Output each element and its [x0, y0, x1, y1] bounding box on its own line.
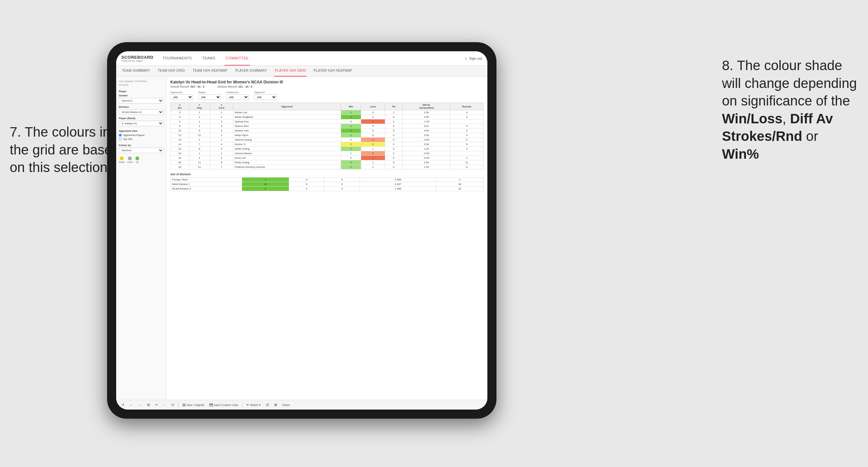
nav-committee[interactable]: COMMITTEE — [224, 51, 250, 66]
opponent-filter-select[interactable]: (All) — [254, 94, 277, 100]
watch-btn[interactable]: 👁 Watch ▾ — [245, 403, 262, 407]
region-filter-select[interactable]: (All) — [198, 94, 221, 100]
radio-opponents-played[interactable]: Opponents Played — [119, 134, 163, 136]
filter-opponents: Opponents: (All) — [170, 91, 193, 100]
forward-btn[interactable]: → — [137, 402, 143, 408]
export-btn[interactable]: ⊠ — [273, 402, 278, 408]
filter-conference: Conference (All) — [226, 91, 249, 100]
back-btn[interactable]: ← — [128, 402, 134, 408]
colour-legend: Down Level Up — [119, 156, 163, 163]
division-record: Division Record: 331 - 34 - 6 — [217, 85, 252, 88]
opponents-filter-select[interactable]: (All) — [170, 94, 193, 100]
table-row: 20116 Emily Chang 4 1 0 0.30 11 — [171, 160, 484, 165]
table-row: 1585 Stella Cheng 1 1 0 1.25 4 — [171, 147, 484, 151]
last-updated: Last Updated: 27/03/2024 16:55:38 — [119, 80, 163, 87]
col-win: Win — [341, 103, 361, 110]
subnav-team-summary[interactable]: TEAM SUMMARY — [121, 66, 151, 76]
overall-record: Overall Record: 353 - 34 - 6 — [170, 85, 205, 88]
division-select[interactable]: NCAA Division III — [119, 110, 163, 115]
nav-teams[interactable]: TEAMS — [201, 51, 216, 66]
col-rounds: Rounds — [450, 103, 483, 110]
grid-records: Overall Record: 353 - 34 - 6 Division Re… — [170, 85, 484, 88]
tablet-screen: SCOREBOARD Powered by clippd TOURNAMENTS… — [116, 51, 487, 410]
colour-by-section: Colour by Win/loss — [119, 144, 163, 153]
top-nav: SCOREBOARD Powered by clippd TOURNAMENTS… — [116, 51, 487, 66]
opponent-view-section: Opponent view Opponents Played Top 100 — [119, 129, 163, 141]
annotation-right: 8. The colour shade will change dependin… — [722, 57, 858, 163]
legend-up-label: Up — [136, 161, 138, 163]
table-row: 11112 Heejo Hyun 1 0 0 3.33 3 — [171, 133, 484, 137]
subnav-team-h2h-grid[interactable]: TEAM H2H GRID — [157, 66, 186, 76]
view-original-btn[interactable]: 🖼 View: Original — [181, 403, 206, 407]
bottom-toolbar: ↺ ← → ⊞ ✂ ··· ⊙ 🖼 View: Original 💾 Save … — [116, 400, 487, 410]
circle-btn[interactable]: ⊙ — [170, 402, 176, 408]
subnav-player-h2h-grid[interactable]: PLAYER H2H GRID — [274, 66, 306, 76]
legend-down-label: Down — [119, 161, 125, 163]
filter-region: Region (All) — [198, 91, 221, 100]
layout-btn[interactable]: ⊟ — [265, 402, 270, 408]
legend-down-dot — [120, 156, 124, 160]
col-reg: #Reg — [189, 103, 210, 110]
share-btn[interactable]: Share — [281, 403, 291, 407]
col-loss: Loss — [361, 103, 385, 110]
tablet: SCOREBOARD Powered by clippd TOURNAMENTS… — [107, 42, 496, 418]
toolbar-sep1 — [178, 402, 179, 408]
legend-up: Up — [135, 156, 139, 163]
cut-btn[interactable]: ✂ — [154, 402, 159, 408]
logo: SCOREBOARD Powered by clippd — [121, 55, 153, 62]
save-custom-view-btn[interactable]: 💾 Save Custom View — [208, 403, 240, 407]
player-rank-select[interactable]: 8. Katelyn Vo — [119, 121, 163, 126]
main-content: Last Updated: 27/03/2024 16:55:38 Player… — [116, 76, 487, 400]
col-opponent: Opponent — [233, 103, 341, 110]
legend-level-dot — [128, 156, 132, 160]
sign-out-link[interactable]: Sign out — [469, 57, 482, 60]
toolbar-sep2 — [242, 402, 242, 408]
table-row: NCAA Division 2 5 0 0 7.400 10 — [171, 187, 484, 191]
legend-down: Down — [119, 156, 125, 163]
subnav-team-h2h-heatmap[interactable]: TEAM H2H HEATMAP — [192, 66, 228, 76]
out-of-division-title: Out of division — [170, 173, 484, 176]
nav-items: TOURNAMENTS TEAMS COMMITTEE — [161, 51, 465, 66]
division-label: Division — [119, 105, 163, 108]
table-row: 1822 Euna Lee 0 1 0 -5.00 2 — [171, 156, 484, 160]
colour-by-select[interactable]: Win/loss — [119, 148, 163, 153]
opponent-view-label: Opponent view — [119, 129, 163, 132]
gender-label: Gender — [119, 94, 163, 97]
grid-content: Katelyn Vo Head-to-Head Grid for Women's… — [166, 76, 487, 400]
table-row: 522 Alexis Sudjianto 1 0 0 4.00 3 — [171, 115, 484, 119]
radio-top100[interactable]: Top 100 — [119, 137, 163, 141]
table-row: Foreign Team 1 0 0 4.500 2 — [171, 178, 484, 182]
sidebar: Last Updated: 27/03/2024 16:55:38 Player… — [116, 76, 166, 400]
table-row: 1311 Jessica Huang 0 1 0 -3.00 2 — [171, 137, 484, 142]
grid-title: Katelyn Vo Head-to-Head Grid for Women's… — [170, 80, 484, 84]
sub-nav: TEAM SUMMARY TEAM H2H GRID TEAM H2H HEAT… — [116, 66, 487, 76]
table-row: 1611 Jessica Mason 1 2 0 -0.94 — [171, 151, 484, 156]
undo-btn[interactable]: ↺ — [120, 402, 126, 408]
filter-opponent: Opponent (All) — [254, 91, 277, 100]
legend-level: Level — [127, 156, 133, 163]
out-of-division: Out of division Foreign Team 1 0 0 4.500… — [170, 173, 484, 191]
gender-select[interactable]: Women's — [119, 98, 163, 103]
subnav-player-h2h-heatmap[interactable]: PLAYER H2H HEATMAP — [313, 66, 353, 76]
col-div: #Div — [171, 103, 189, 110]
nav-tournaments[interactable]: TOURNAMENTS — [161, 51, 193, 66]
table-row: 914 Sharon Mun 1 0 0 3.67 3 — [171, 124, 484, 128]
legend-level-label: Level — [127, 161, 133, 163]
out-of-division-table: Foreign Team 1 0 0 4.500 2 NAIA Division… — [170, 177, 484, 191]
opponent-view-radios: Opponents Played Top 100 — [119, 134, 163, 141]
nav-right: ·| Sign out — [465, 57, 482, 60]
table-row: 20117 Federica Domecq Lacroze 2 1 0 1.33… — [171, 165, 484, 169]
player-rank-label: Player (Rank) — [119, 117, 163, 120]
grid-btn[interactable]: ⊞ — [146, 402, 151, 408]
player-label: Player — [119, 90, 163, 93]
table-row: 1063 Andrea York 2 0 0 4.00 4 — [171, 128, 484, 133]
table-row: NAIA Division 1 15 0 0 9.267 30 — [171, 182, 484, 187]
conference-filter-select[interactable]: (All) — [226, 94, 249, 100]
subnav-player-summary[interactable]: PLAYER SUMMARY — [235, 66, 268, 76]
table-row: 1474 Eunice Yi 2 2 0 0.38 9 — [171, 142, 484, 147]
table-row: 311 Esther Lee 1 0 1 1.50 4 — [171, 110, 484, 115]
legend-up-dot — [135, 156, 139, 160]
table-row: 613 Sydney Kuo 0 1 0 -1.00 — [171, 119, 484, 124]
col-tie: Tie — [385, 103, 402, 110]
more-btn[interactable]: ··· — [162, 402, 167, 408]
